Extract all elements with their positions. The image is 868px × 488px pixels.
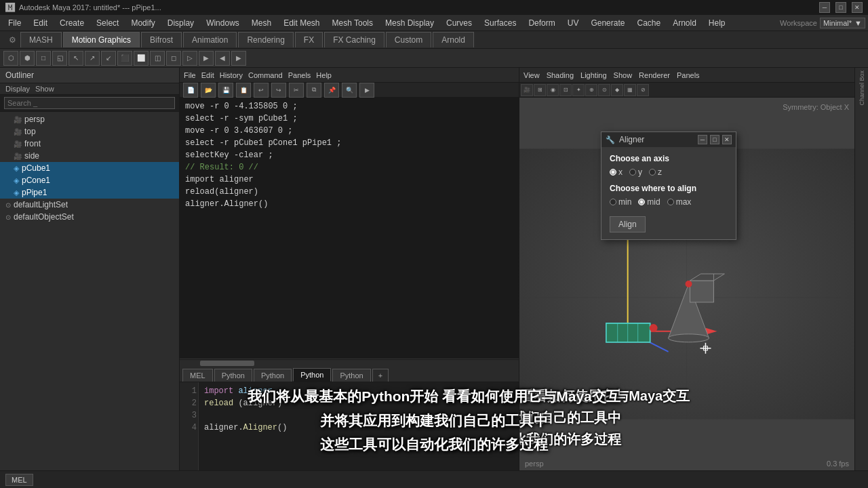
outliner-show-menu[interactable]: Show [35, 85, 54, 93]
toolbar-btn-9[interactable]: ⬜ [134, 51, 149, 66]
axis-y-option[interactable]: y [629, 167, 642, 177]
toolbar-btn-11[interactable]: ◻ [166, 51, 181, 66]
menu-modify[interactable]: Modify [125, 17, 160, 29]
minimize-button[interactable]: ─ [819, 2, 830, 13]
tab-fx-caching[interactable]: FX Caching [324, 32, 384, 47]
script-tab-python4[interactable]: Python [332, 369, 370, 382]
vp-btn-9[interactable]: ▦ [624, 84, 636, 96]
script-tb-run[interactable]: ▶ [359, 83, 374, 98]
vp-btn-5[interactable]: ✦ [572, 84, 585, 96]
outliner-item-pcone1[interactable]: ◈ pCone1 [0, 174, 179, 186]
vp-btn-6[interactable]: ⊕ [585, 84, 597, 96]
vp-btn-4[interactable]: ⊡ [559, 84, 572, 96]
script-tab-mel[interactable]: MEL [182, 369, 213, 382]
script-menu-history[interactable]: History [220, 71, 243, 79]
script-hscroll[interactable] [180, 359, 519, 366]
axis-z-radio[interactable] [649, 169, 656, 176]
viewport-menu-lighting[interactable]: Lighting [580, 71, 607, 79]
aligner-close-button[interactable]: ✕ [722, 135, 732, 144]
tab-rendering[interactable]: Rendering [238, 32, 293, 47]
close-button[interactable]: ✕ [852, 2, 863, 13]
toolbar-btn-6[interactable]: ↗ [85, 51, 100, 66]
menu-arnold[interactable]: Arnold [667, 17, 702, 29]
workspace-selector[interactable]: Minimal* ▼ [820, 18, 865, 28]
viewport-menu-panels[interactable]: Panels [677, 71, 700, 79]
outliner-item-front[interactable]: 🎥 front [0, 138, 179, 150]
script-tab-python1[interactable]: Python [214, 369, 252, 382]
tab-arnold[interactable]: Arnold [433, 32, 474, 47]
viewport-menu-renderer[interactable]: Renderer [639, 71, 670, 79]
outliner-item-defaultlightset[interactable]: ⊙ defaultLightSet [0, 199, 179, 211]
script-input-area[interactable]: 1 2 3 4 import aligner reload (aligner) … [180, 382, 519, 470]
vp-btn-7[interactable]: ⊙ [598, 84, 610, 96]
script-tb-save2[interactable]: 📋 [236, 83, 251, 98]
outliner-item-persp[interactable]: 🎥 persp [0, 113, 179, 125]
menu-surfaces[interactable]: Surfaces [479, 17, 521, 29]
script-tb-find[interactable]: 🔍 [342, 83, 357, 98]
toolbar-btn-12[interactable]: ▷ [182, 51, 197, 66]
script-tb-cut[interactable]: ✂ [289, 83, 304, 98]
toolbar-btn-1[interactable]: ⬡ [3, 51, 18, 66]
menu-display[interactable]: Display [162, 17, 199, 29]
menu-windows[interactable]: Windows [201, 17, 245, 29]
aligner-maximize-button[interactable]: □ [710, 135, 719, 144]
toolbar-btn-13[interactable]: ▶ [199, 51, 214, 66]
script-tb-save[interactable]: 💾 [218, 83, 233, 98]
menu-generate[interactable]: Generate [585, 17, 630, 29]
menu-edit[interactable]: Edit [28, 17, 53, 29]
viewport-menu-shading[interactable]: Shading [547, 71, 574, 79]
where-mid-radio[interactable] [638, 199, 645, 205]
aligner-minimize-button[interactable]: ─ [698, 135, 707, 144]
axis-z-option[interactable]: z [649, 167, 662, 177]
menu-mesh[interactable]: Mesh [246, 17, 277, 29]
menu-cache[interactable]: Cache [631, 17, 666, 29]
toolbar-btn-4[interactable]: ◱ [52, 51, 67, 66]
outliner-search-area[interactable] [0, 95, 179, 112]
toolbar-btn-5[interactable]: ↖ [68, 51, 83, 66]
menu-mesh-display[interactable]: Mesh Display [380, 17, 439, 29]
tab-motion-graphics[interactable]: Motion Graphics [63, 32, 140, 47]
tab-gear-icon[interactable]: ⚙ [5, 33, 19, 47]
outliner-item-defaultobjectset[interactable]: ⊙ defaultObjectSet [0, 211, 179, 223]
toolbar-playback-forward[interactable]: ▶ [231, 51, 246, 66]
script-tb-copy[interactable]: ⧉ [307, 83, 321, 98]
script-menu-edit[interactable]: Edit [201, 71, 214, 79]
outliner-item-pcube1[interactable]: ◈ pCube1 [0, 162, 179, 174]
script-menu-panels[interactable]: Panels [288, 71, 311, 79]
vp-btn-8[interactable]: ◆ [611, 84, 623, 96]
align-button[interactable]: Align [610, 216, 646, 232]
script-menu-help[interactable]: Help [316, 71, 332, 79]
axis-y-radio[interactable] [629, 169, 636, 176]
toolbar-btn-8[interactable]: ⬛ [117, 51, 132, 66]
menu-mesh-tools[interactable]: Mesh Tools [327, 17, 378, 29]
menu-help[interactable]: Help [703, 17, 731, 29]
outliner-item-top[interactable]: 🎥 top [0, 125, 179, 138]
toolbar-playback-back[interactable]: ◀ [215, 51, 230, 66]
vp-btn-1[interactable]: 🎥 [521, 84, 533, 96]
axis-x-option[interactable]: x [610, 167, 623, 177]
menu-uv[interactable]: UV [562, 17, 585, 29]
menu-curves[interactable]: Curves [441, 17, 477, 29]
tab-mash[interactable]: MASH [20, 32, 62, 47]
menu-file[interactable]: File [3, 17, 26, 29]
tab-custom[interactable]: Custom [386, 32, 431, 47]
script-code-area[interactable]: import aligner reload (aligner) aligner.… [199, 382, 519, 470]
menu-create[interactable]: Create [54, 17, 90, 29]
tab-bifrost[interactable]: Bifrost [141, 32, 182, 47]
aligner-titlebar[interactable]: 🔧 Aligner ─ □ ✕ [601, 132, 736, 147]
vp-btn-2[interactable]: ⊞ [534, 84, 546, 96]
where-max-option[interactable]: max [667, 197, 692, 207]
hscroll-thumb[interactable] [200, 361, 254, 366]
script-tb-open[interactable]: 📂 [201, 83, 216, 98]
where-min-option[interactable]: min [610, 197, 631, 207]
outliner-display-menu[interactable]: Display [5, 85, 30, 93]
maximize-button[interactable]: □ [835, 2, 846, 13]
menu-deform[interactable]: Deform [523, 17, 560, 29]
toolbar-btn-10[interactable]: ◫ [150, 51, 165, 66]
menu-select[interactable]: Select [91, 17, 124, 29]
tab-animation[interactable]: Animation [183, 32, 237, 47]
where-min-radio[interactable] [610, 199, 616, 205]
toolbar-btn-7[interactable]: ↙ [101, 51, 116, 66]
tab-fx[interactable]: FX [295, 32, 323, 47]
script-tb-redo[interactable]: ↪ [271, 83, 286, 98]
